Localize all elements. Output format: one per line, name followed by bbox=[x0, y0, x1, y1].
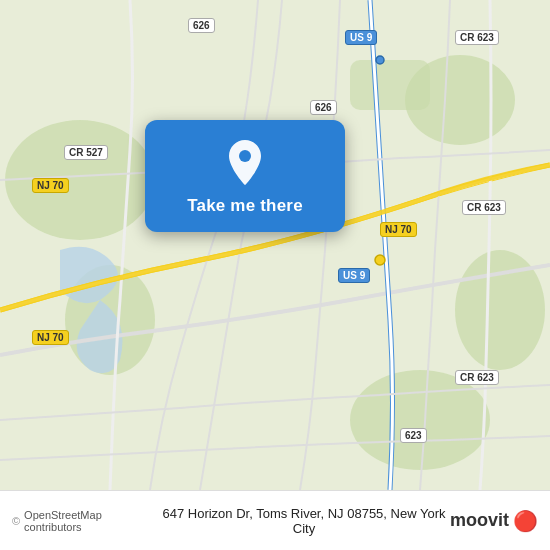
road-label-nj70-bottom: NJ 70 bbox=[32, 330, 69, 345]
footer-bar: © OpenStreetMap contributors 647 Horizon… bbox=[0, 490, 550, 550]
copyright-icon: © bbox=[12, 515, 20, 527]
footer-left: © OpenStreetMap contributors bbox=[12, 509, 158, 533]
road-label-cr527: CR 527 bbox=[64, 145, 108, 160]
road-label-626-top: 626 bbox=[188, 18, 215, 33]
road-label-cr623-tr: CR 623 bbox=[455, 30, 499, 45]
road-label-cr623-right: CR 623 bbox=[462, 200, 506, 215]
moovit-logo: moovit 🔴 bbox=[450, 509, 538, 533]
svg-point-1 bbox=[5, 120, 155, 240]
svg-point-9 bbox=[239, 150, 251, 162]
map-area: 626 US 9 626 CR 623 NJ 70 CR 527 NJ 70 U… bbox=[0, 0, 550, 490]
road-label-us9-top: US 9 bbox=[345, 30, 377, 45]
road-label-cr623-bottom: CR 623 bbox=[455, 370, 499, 385]
moovit-text: moovit bbox=[450, 510, 509, 531]
cta-label: Take me there bbox=[175, 196, 315, 216]
moovit-brand-icon: 🔴 bbox=[513, 509, 538, 533]
road-label-us9-mid: US 9 bbox=[338, 268, 370, 283]
footer-attribution: OpenStreetMap contributors bbox=[24, 509, 158, 533]
svg-point-5 bbox=[350, 370, 490, 470]
footer-address: 647 Horizon Dr, Toms River, NJ 08755, Ne… bbox=[158, 506, 450, 536]
road-label-nj70-mid: NJ 70 bbox=[380, 222, 417, 237]
cta-card[interactable]: Take me there bbox=[145, 120, 345, 232]
road-label-626-mid: 626 bbox=[310, 100, 337, 115]
road-label-nj70-left: NJ 70 bbox=[32, 178, 69, 193]
road-label-623-low: 623 bbox=[400, 428, 427, 443]
svg-point-8 bbox=[376, 56, 384, 64]
svg-point-7 bbox=[375, 255, 385, 265]
svg-rect-6 bbox=[350, 60, 430, 110]
location-pin-icon bbox=[221, 138, 269, 186]
